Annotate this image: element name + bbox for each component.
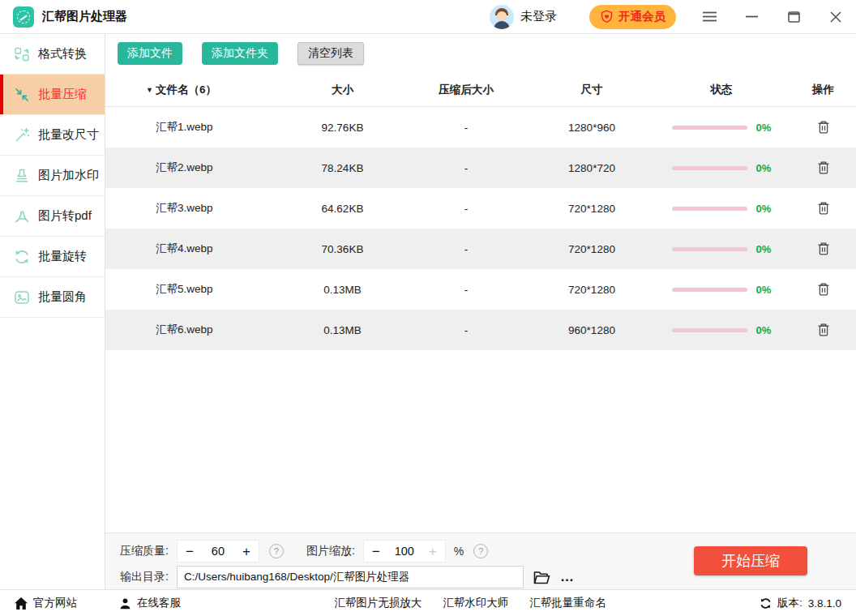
close-button[interactable] — [828, 10, 843, 24]
clear-list-button[interactable]: 清空列表 — [297, 42, 364, 65]
table-row[interactable]: 汇帮4.webp70.36KB-720*12800% — [105, 229, 856, 269]
row-status: 0% — [653, 203, 790, 215]
home-icon — [15, 597, 28, 610]
menu-icon[interactable] — [702, 10, 717, 24]
scale-value[interactable]: 100 — [388, 545, 421, 558]
browse-folder-icon[interactable] — [533, 571, 550, 584]
trash-icon — [817, 323, 830, 337]
empty-area — [105, 350, 856, 533]
maximize-button[interactable] — [786, 10, 801, 24]
table-row[interactable]: 汇帮3.webp64.62KB-720*12800% — [105, 188, 856, 229]
row-size: 92.76KB — [284, 122, 401, 134]
scale-decrease-button[interactable]: − — [364, 541, 388, 562]
resize-icon — [14, 127, 30, 143]
row-compressed-size: - — [401, 284, 531, 296]
header-dimensions: 尺寸 — [531, 83, 653, 97]
sidebar-item-label: 批量压缩 — [38, 87, 87, 102]
pdf-icon — [14, 208, 30, 225]
titlebar: 汇帮图片处理器 未登录 开通会员 — [0, 0, 856, 34]
table-row[interactable]: 汇帮2.webp78.24KB-1280*7200% — [105, 148, 856, 188]
footer-link[interactable]: 汇帮图片无损放大 — [334, 596, 422, 610]
delete-row-button[interactable] — [817, 242, 830, 256]
login-status[interactable]: 未登录 — [520, 9, 557, 24]
version-number: 3.8.1.0 — [808, 597, 841, 610]
table-row[interactable]: 汇帮5.webp0.13MB-720*12800% — [105, 269, 856, 310]
trash-icon — [817, 160, 830, 175]
minimize-button[interactable] — [744, 10, 759, 24]
official-website-link[interactable]: 官方网站 — [15, 596, 77, 610]
sidebar-item-label: 批量圆角 — [38, 289, 87, 305]
row-filename: 汇帮4.webp — [105, 242, 284, 256]
table-row[interactable]: 汇帮1.webp92.76KB-1280*9600% — [105, 107, 856, 148]
delete-row-button[interactable] — [817, 323, 830, 337]
row-size: 64.62KB — [284, 203, 401, 215]
row-dimensions: 1280*960 — [531, 122, 653, 134]
sidebar-item-rotate[interactable]: 批量旋转 — [0, 237, 105, 277]
sidebar: 格式转换批量压缩批量改尺寸图片加水印图片转pdf批量旋转批量圆角 — [0, 34, 105, 589]
convert-icon — [14, 46, 30, 62]
toolbar: 添加文件 添加文件夹 清空列表 — [105, 34, 856, 73]
add-file-button[interactable]: 添加文件 — [118, 42, 182, 65]
footer-link[interactable]: 汇帮水印大师 — [443, 596, 508, 610]
delete-row-button[interactable] — [817, 282, 830, 297]
open-vip-button[interactable]: 开通会员 — [589, 5, 676, 29]
progress-bar — [672, 247, 747, 251]
header-status: 状态 — [653, 83, 790, 97]
trash-icon — [817, 201, 830, 216]
user-avatar[interactable] — [490, 5, 514, 29]
sort-caret-icon: ▼ — [146, 86, 153, 94]
quality-decrease-button[interactable]: − — [178, 541, 202, 562]
sidebar-item-pdf[interactable]: 图片转pdf — [0, 196, 105, 237]
version-refresh-icon[interactable] — [760, 597, 772, 610]
row-filename: 汇帮6.webp — [105, 323, 284, 337]
row-size: 0.13MB — [284, 284, 401, 296]
row-dimensions: 960*1280 — [531, 324, 653, 336]
row-filename: 汇帮1.webp — [105, 120, 284, 135]
footer-link[interactable]: 汇帮批量重命名 — [529, 596, 606, 610]
start-compress-button[interactable]: 开始压缩 — [694, 546, 807, 575]
main-panel: 添加文件 添加文件夹 清空列表 ▼ 文件名（6） 大小 压缩后大小 尺寸 状态 … — [105, 34, 856, 589]
row-dimensions: 720*1280 — [531, 243, 653, 255]
header-compressed-size: 压缩后大小 — [401, 83, 531, 97]
more-options-button[interactable]: … — [560, 569, 575, 585]
delete-row-button[interactable] — [817, 120, 830, 135]
sidebar-item-resize[interactable]: 批量改尺寸 — [0, 115, 105, 156]
row-dimensions: 720*1280 — [531, 284, 653, 296]
row-compressed-size: - — [401, 243, 531, 255]
sidebar-item-compress[interactable]: 批量压缩 — [0, 75, 105, 115]
quality-value[interactable]: 60 — [202, 545, 234, 558]
quality-increase-button[interactable]: + — [234, 541, 259, 562]
compress-icon — [14, 87, 30, 103]
scale-help-icon[interactable]: ? — [473, 544, 488, 558]
sidebar-item-convert[interactable]: 格式转换 — [0, 34, 105, 75]
sidebar-item-rounded-corner[interactable]: 批量圆角 — [0, 277, 105, 318]
progress-percent: 0% — [756, 324, 772, 336]
table-row[interactable]: 汇帮6.webp0.13MB-960*12800% — [105, 310, 856, 350]
row-filename: 汇帮3.webp — [105, 201, 284, 216]
delete-row-button[interactable] — [817, 160, 830, 175]
row-dimensions: 720*1280 — [531, 203, 653, 215]
progress-percent: 0% — [756, 284, 772, 296]
progress-percent: 0% — [756, 162, 772, 174]
header-action: 操作 — [790, 83, 856, 97]
percent-sign: % — [454, 545, 464, 558]
sidebar-item-watermark[interactable]: 图片加水印 — [0, 156, 105, 196]
footer-product-links: 汇帮图片无损放大汇帮水印大师汇帮批量重命名 — [334, 596, 606, 610]
quality-help-icon[interactable]: ? — [269, 544, 284, 558]
controls-panel: 压缩质量: − 60 + ? 图片缩放: − 100 + % ? — [105, 533, 856, 589]
quality-stepper: − 60 + — [177, 540, 259, 563]
progress-bar — [672, 288, 747, 292]
delete-row-button[interactable] — [817, 201, 830, 216]
vip-shield-heart-icon — [600, 10, 614, 24]
scale-increase-button[interactable]: + — [421, 541, 445, 562]
row-status: 0% — [653, 284, 790, 296]
row-dimensions: 1280*720 — [531, 162, 653, 174]
header-filename[interactable]: ▼ 文件名（6） — [105, 83, 284, 97]
output-dir-input[interactable] — [177, 566, 524, 588]
progress-bar — [672, 126, 747, 130]
online-support-link[interactable]: 在线客服 — [119, 596, 181, 610]
row-compressed-size: - — [401, 203, 531, 215]
app-title: 汇帮图片处理器 — [42, 9, 127, 24]
trash-icon — [817, 120, 830, 135]
add-folder-button[interactable]: 添加文件夹 — [202, 42, 278, 65]
